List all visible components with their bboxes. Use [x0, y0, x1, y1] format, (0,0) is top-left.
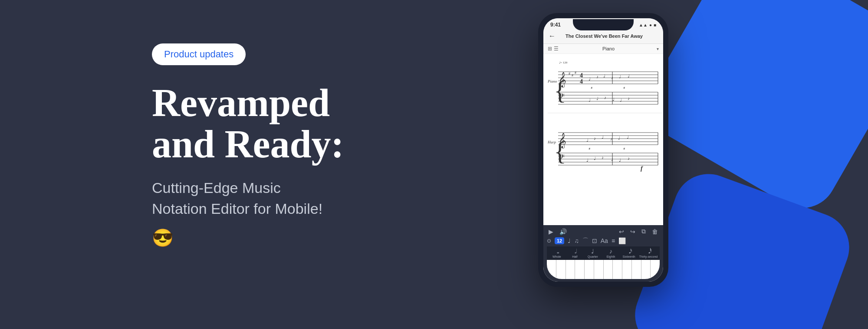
notes-icon[interactable]: ♩	[568, 237, 571, 244]
svg-text:♩: ♩	[596, 96, 598, 101]
lyrics-icon[interactable]: Aa	[601, 237, 608, 244]
svg-text:♩: ♩	[586, 138, 589, 143]
piano-key-e[interactable]	[566, 260, 575, 279]
svg-text:♩: ♩	[619, 74, 621, 79]
note-whole[interactable]: 𝅝 Whole	[549, 248, 565, 258]
piano-key-d[interactable]	[556, 260, 566, 279]
svg-text:♩: ♩	[589, 76, 591, 81]
piano-key-e2[interactable]	[632, 260, 641, 279]
svg-text:♩: ♩	[602, 135, 604, 140]
svg-text:♩: ♩	[589, 98, 591, 103]
svg-text:♩: ♩	[618, 136, 620, 140]
svg-text:#: #	[572, 73, 573, 77]
svg-text:𝄋: 𝄋	[623, 147, 625, 151]
piano-key-a[interactable]	[594, 260, 604, 279]
instrument-selector[interactable]: Piano	[560, 46, 657, 51]
phone-outer: 9:41 ▲▲ ● ■ ← The Closest We've Been Far…	[538, 13, 668, 287]
badge-label: Product updates	[164, 49, 233, 60]
copy-icon[interactable]: ⧉	[641, 228, 646, 235]
back-button[interactable]: ←	[549, 32, 556, 40]
toolbar-row-1: ▶ 🔊 ↩ ↪ ⧉ 🗑	[547, 228, 660, 235]
svg-text:{: {	[554, 76, 566, 105]
piano-key-f2[interactable]	[641, 260, 651, 279]
svg-text:f: f	[641, 165, 643, 172]
svg-text:♪: ♪	[596, 74, 598, 79]
note-half[interactable]: 𝅗𝅥 Half	[567, 248, 582, 258]
svg-text:4: 4	[580, 78, 583, 85]
svg-text:♪: ♪	[610, 136, 612, 141]
list-icon2[interactable]: ≡	[612, 237, 615, 244]
piano-key-g[interactable]	[585, 260, 594, 279]
svg-text:♪: ♪	[604, 95, 606, 100]
bottom-toolbar: ▶ 🔊 ↩ ↪ ⧉ 🗑 ⊙ 12 ♩ ♫ ⌒	[543, 225, 663, 282]
slur-icon[interactable]: ⌒	[582, 237, 589, 245]
svg-text:♪: ♪	[628, 96, 630, 101]
text-icon[interactable]: ⊡	[592, 237, 597, 244]
phone-screen: 9:41 ▲▲ ● ■ ← The Closest We've Been Far…	[543, 18, 663, 282]
svg-text:♪: ♪	[602, 155, 604, 160]
emoji: 😎	[152, 228, 344, 248]
svg-text:4: 4	[580, 72, 583, 79]
song-title: The Closest We've Been Far Away	[559, 33, 649, 39]
dropdown-arrow-icon: ▾	[657, 47, 659, 51]
svg-text:♩: ♩	[627, 135, 629, 140]
page-wrapper: Product updates Revamped and Ready: Cutt…	[0, 0, 868, 329]
product-updates-badge[interactable]: Product updates	[152, 43, 246, 65]
play-icon[interactable]: ▶	[549, 228, 553, 235]
sheet-music-svg: ♩= 120 Piano 𝄞 # #	[545, 56, 663, 178]
dynamics-icon[interactable]: ♫	[574, 237, 579, 244]
undo-icon[interactable]: ↩	[619, 228, 624, 235]
svg-text:𝄋: 𝄋	[591, 86, 593, 90]
piano-key-c[interactable]	[547, 260, 556, 279]
svg-text:#: #	[575, 71, 576, 75]
svg-text:♩: ♩	[628, 73, 630, 78]
status-icons: ▲▲ ● ■	[639, 23, 656, 27]
piano-key-d2[interactable]	[622, 260, 632, 279]
svg-text:♩: ♩	[612, 97, 615, 102]
subtitle: Cutting-Edge Music Notation Editor for M…	[152, 178, 344, 219]
delete-icon[interactable]: 🗑	[652, 228, 658, 235]
sheet-music-area: ♩= 120 Piano 𝄞 # #	[543, 54, 663, 225]
note-thirty-second[interactable]: 𝅘𝅥𝅰 Thirty-second	[639, 248, 658, 258]
phone-mockup-container: 9:41 ▲▲ ● ■ ← The Closest We've Been Far…	[538, 13, 686, 287]
white-keys	[547, 260, 660, 279]
note-duration-bar: 𝅝 Whole 𝅗𝅥 Half ♩ Quarter ♪	[547, 246, 660, 260]
app-header: ← The Closest We've Been Far Away	[543, 30, 663, 44]
svg-text:♩: ♩	[620, 98, 622, 103]
cursor-icon[interactable]: ⊙	[547, 238, 551, 244]
piano-key-f[interactable]	[575, 260, 585, 279]
video-icon[interactable]: ⬜	[618, 237, 626, 244]
svg-text:♩: ♩	[619, 158, 621, 163]
status-time: 9:41	[550, 22, 561, 28]
piano-key-c2[interactable]	[613, 260, 622, 279]
svg-text:♪: ♪	[594, 136, 596, 141]
svg-text:{: {	[554, 137, 566, 166]
toolbar-row-2: ⊙ 12 ♩ ♫ ⌒ ⊡ Aa ≡ ⬜	[547, 237, 660, 245]
note-sixteenth[interactable]: 𝅘𝅥𝅯 Sixteenth	[621, 248, 637, 258]
svg-text:♩: ♩	[603, 73, 605, 78]
grid-icon: ⊞	[548, 46, 552, 52]
headline: Revamped and Ready:	[152, 83, 344, 165]
note-quarter[interactable]: ♩ Quarter	[585, 248, 601, 258]
note-entry-active[interactable]: 12	[555, 237, 564, 244]
redo-icon[interactable]: ↪	[630, 228, 635, 235]
svg-text:𝄋: 𝄋	[623, 86, 625, 90]
svg-text:♩: ♩	[594, 156, 596, 161]
list-icon: ☰	[554, 46, 559, 52]
phone-notch	[573, 19, 634, 30]
svg-text:♩: ♩	[586, 158, 589, 163]
speaker-icon[interactable]: 🔊	[559, 228, 567, 235]
instrument-bar: ⊞ ☰ Piano ▾	[543, 44, 663, 54]
svg-text:♪: ♪	[628, 156, 630, 161]
piano-key-g2[interactable]	[651, 260, 660, 279]
note-eighth[interactable]: ♪ Eighth	[603, 248, 619, 258]
piano-key-b[interactable]	[604, 260, 613, 279]
text-content: Product updates Revamped and Ready: Cutt…	[152, 43, 344, 248]
svg-text:♩= 120: ♩= 120	[559, 61, 568, 64]
piano-keyboard[interactable]	[547, 260, 660, 279]
svg-text:#: #	[569, 72, 570, 76]
svg-text:𝄋: 𝄋	[589, 147, 591, 151]
